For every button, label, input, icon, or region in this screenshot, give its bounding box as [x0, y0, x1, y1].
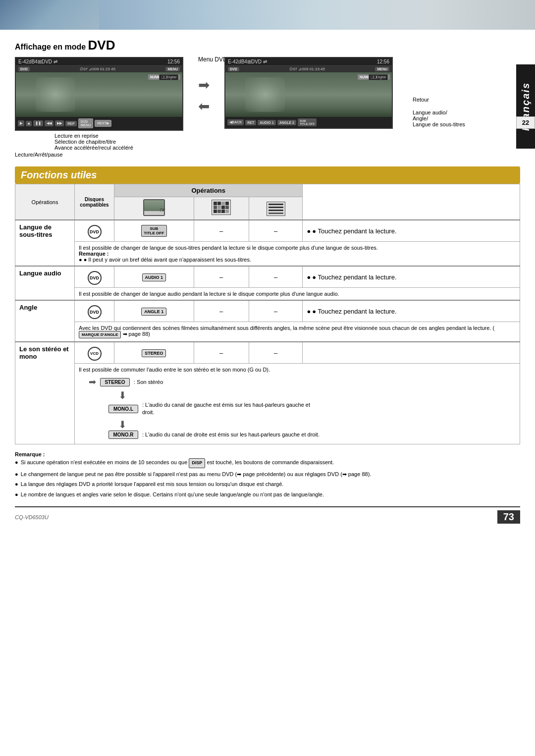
table-row: Il est possible de changer de langue aud… [15, 288, 520, 301]
screen2-header-left: E-42dB4⊞DVD ⇌ [228, 59, 267, 64]
btn-digital: ❑❑Digital [159, 74, 178, 80]
table-header-row: Opérations Disques compatibles Opération… [15, 184, 520, 197]
feature-col3-4: – [249, 342, 303, 364]
screen2-digital: ❑❑Digital [369, 74, 388, 80]
callout-lecture-arret: Lecture/Arrêt/pause [15, 152, 520, 158]
ops-icon-touch: ☞ [114, 197, 194, 220]
btn-prev: ◀◀ [45, 120, 54, 126]
arrow-right: ➡ [198, 77, 210, 93]
btn-dvdmenu: DVDMENU [78, 118, 94, 128]
stereo-row-stereo: ➡ STEREO : Son stéréo [89, 377, 516, 387]
feature-btn-2: AUDIO 1 [114, 266, 194, 288]
feature-name-1: Langue de sous-titres [15, 220, 75, 266]
feature-col2-4: – [194, 342, 249, 364]
bottom-bar: CQ-VD6503U 73 [15, 506, 520, 524]
btn-next2: NEXT▶ [95, 120, 111, 127]
feature-desc-3: Avec les DVD qui contiennent des scènes … [75, 322, 520, 342]
stereo-diagram: ➡ STEREO : Son stéréo ⬇ MONO.L : L'audio… [89, 377, 516, 439]
callout-avance: Avance accélérée/recul accéléré [54, 145, 520, 151]
callout-retour: Retour [413, 97, 465, 103]
table-row: Angle DVD ANGLE 1 – – ● Touchez pendant … [15, 300, 520, 322]
col-ops-main: Opérations [114, 184, 303, 197]
btn-subtitle: SUBTITLE OFF [298, 118, 317, 126]
feature-desc-2: Il est possible de changer de langue aud… [75, 288, 520, 301]
screen2-menu: MENU [375, 67, 389, 71]
screen2-footer: ◀BACK RET AUDIO 1 ANGLE 2 SUBTITLE OFF [225, 117, 392, 128]
callout-angle: Angle/ [413, 115, 465, 121]
feature-name-4: Le son stéréo et mono [15, 342, 75, 444]
operations-table: Opérations Disques compatibles Opération… [15, 184, 520, 444]
mono-l-label: MONO.L [108, 405, 138, 413]
screen1-menu: MENU [165, 67, 180, 71]
feature-btn-4: STEREO [114, 342, 194, 364]
screen1-disc: DVD [18, 67, 30, 71]
ops-icon-dots [249, 197, 303, 220]
screen1-header-left: E-42dB4⊞DVD ⇌ [18, 59, 57, 64]
dvd-screen-1: E-42dB4⊞DVD ⇌ 12:56 DVD ∅07 ⊿009 01:23 4… [15, 57, 183, 131]
arrows-area: ➡ ⬅ [198, 57, 210, 114]
feature-col2-1: – [194, 220, 249, 242]
model-number: CQ-VD6503U [15, 514, 49, 520]
screen1-top-bar: DVD ∅07 ⊿009 01:23 45 MENU [16, 66, 182, 72]
arrow-left: ⬅ [198, 98, 210, 114]
table-row: Il est possible de commuter l'audio entr… [15, 364, 520, 444]
feature-action-2: ● Touchez pendant la lecture. [303, 266, 520, 288]
btn-back: ◀BACK [227, 119, 244, 125]
table-row: Langue de sous-titres DVD SUBTITLE OFF –… [15, 220, 520, 242]
feature-btn-3: ANGLE 1 [114, 300, 194, 322]
stereo-row-mono-r: MONO.R : L'audio du canal de droite est … [108, 431, 516, 439]
callout-selection: Sélection de chapitre/titre [54, 139, 520, 145]
mono-r-desc: : L'audio du canal de droite est émis su… [142, 431, 320, 438]
stereo-down-arrow: ⬇ [118, 389, 516, 401]
col-operations: Opérations [15, 184, 75, 220]
feature-disc-1: DVD [75, 220, 114, 242]
dvd-displays-row: Menu DVD E-42dB4⊞DVD ⇌ 12:56 DVD ∅07 ⊿00… [15, 57, 520, 131]
table-row: Avec les DVD qui contiennent des scènes … [15, 322, 520, 342]
col-disques: Disques compatibles [75, 184, 114, 220]
btn-ret: RET [245, 120, 256, 125]
final-remarque: Remarque : ● Si aucune opération n'est e… [15, 450, 520, 499]
feature-desc-4: Il est possible de commuter l'audio entr… [75, 364, 520, 444]
ops-icon-grid [194, 197, 249, 220]
remarque-item-3: ● La langue des réglages DVD a priorité … [15, 480, 520, 488]
btn-pause: ❚❚ [33, 120, 43, 126]
table-row: Langue audio DVD AUDIO 1 – – ● Touchez p… [15, 266, 520, 288]
screen2-top-bar: DVD ∅07 ⊿009 01:23:45 MENU [225, 66, 392, 72]
btn-audio: AUDIO 1 [258, 120, 275, 125]
feature-disc-4: VCD [75, 342, 114, 364]
feature-col3-3: – [249, 300, 303, 322]
screen1-header-right: 12:56 [167, 59, 180, 64]
fonctions-header: Fonctions utiles [15, 166, 520, 184]
callout-lecture-reprise: Lecture en reprise [54, 133, 520, 139]
feature-col3-2: – [249, 266, 303, 288]
dvd-screen-2: E-42dB4⊞DVD ⇌ 12:56 DVD ∅07 ⊿009 01:23:4… [224, 57, 393, 129]
dvd-title-dvd: DVD [88, 38, 115, 53]
feature-col2-2: – [194, 266, 249, 288]
feature-action-4 [303, 342, 520, 364]
feature-col2-3: – [194, 300, 249, 322]
menu-dvd-label: Menu DVD [198, 56, 227, 63]
marque-badge: MARQUE D'ANGLE [79, 331, 121, 338]
feature-disc-2: DVD [75, 266, 114, 288]
remarque-item-1: ● Si aucune opération n'est exécutée en … [15, 458, 520, 468]
btn-next-skip: ▶▶ [55, 120, 64, 126]
stereo-row-mono-l: MONO.L : L'audio du canal de gauche est … [108, 401, 516, 417]
feature-action-3: ● Touchez pendant la lecture. [303, 300, 520, 322]
stereo-label: STEREO [100, 378, 130, 386]
feature-name-2: Langue audio [15, 266, 75, 300]
screen2-header: E-42dB4⊞DVD ⇌ 12:56 [225, 58, 392, 66]
stereo-desc: : Son stéréo [134, 379, 163, 385]
dvd-display-title: Affichage en mode DVD [15, 38, 520, 53]
top-banner [0, 0, 535, 30]
feature-disc-3: DVD [75, 300, 114, 322]
feature-action-1: ● Touchez pendant la lecture. [303, 220, 520, 242]
screen1-overlay: NUMBER DISP ❑❑Digital [148, 74, 180, 82]
table-row: Le son stéréo et mono VCD STEREO – – [15, 342, 520, 364]
callout-langue-sous: Langue de sous-titres [413, 121, 465, 127]
feature-btn-1: SUBTITLE OFF [114, 220, 194, 242]
mono-l-desc: : L'audio du canal de gauche est émis su… [142, 401, 321, 417]
mono-down-arrow: ⬇ [118, 419, 516, 431]
btn-angle: ANGLE 2 [277, 120, 296, 125]
dvd-display-section: Affichage en mode DVD Menu DVD E-42dB4⊞D… [15, 38, 520, 158]
mono-r-label: MONO.R [108, 431, 138, 439]
